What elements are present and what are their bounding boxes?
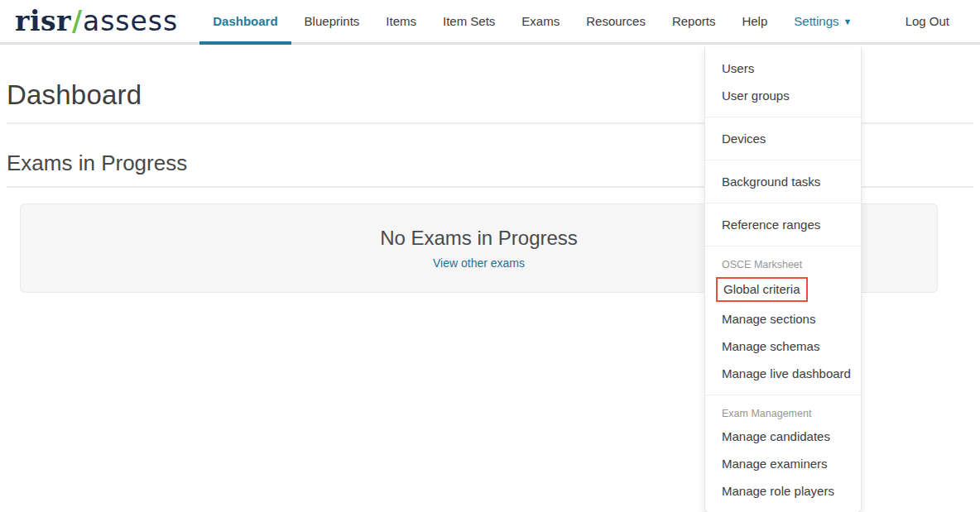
- nav-item-dashboard[interactable]: Dashboard: [199, 0, 291, 42]
- menu-group-devices: Devices: [705, 117, 861, 160]
- brand-logo-slash: /: [72, 5, 82, 37]
- menu-group-exam-management: Exam Management Manage candidates Manage…: [705, 395, 861, 512]
- menu-item-user-groups[interactable]: User groups: [705, 82, 861, 109]
- nav-item-help[interactable]: Help: [728, 0, 781, 42]
- nav-item-exams[interactable]: Exams: [508, 0, 573, 42]
- nav-item-settings[interactable]: Settings ▼: [781, 0, 865, 42]
- menu-item-manage-sections[interactable]: Manage sections: [705, 305, 861, 333]
- chevron-down-icon: ▼: [843, 17, 853, 26]
- menu-item-manage-candidates[interactable]: Manage candidates: [705, 423, 861, 450]
- menu-group-header-exam-management: Exam Management: [705, 403, 861, 423]
- main-nav: Dashboard Blueprints Items Item Sets Exa…: [199, 0, 865, 42]
- menu-item-manage-examiners[interactable]: Manage examiners: [705, 450, 861, 477]
- global-criteria-highlight-box: Global criteria: [716, 277, 808, 302]
- menu-group-background-tasks: Background tasks: [705, 160, 861, 203]
- menu-item-manage-role-players[interactable]: Manage role players: [705, 477, 861, 505]
- brand-logo[interactable]: risr / assess: [15, 5, 178, 37]
- brand-logo-risr: risr: [15, 5, 71, 37]
- brand-logo-assess: assess: [83, 5, 178, 37]
- menu-group-reference-ranges: Reference ranges: [705, 203, 861, 246]
- menu-item-global-criteria[interactable]: Global criteria: [705, 274, 861, 305]
- logout-button[interactable]: Log Out: [906, 14, 949, 28]
- menu-item-background-tasks[interactable]: Background tasks: [705, 168, 861, 195]
- view-other-exams-link[interactable]: View other exams: [433, 256, 525, 270]
- menu-item-manage-schemas[interactable]: Manage schemas: [705, 333, 861, 360]
- menu-item-devices[interactable]: Devices: [705, 125, 861, 152]
- top-navigation-bar: risr / assess Dashboard Blueprints Items…: [0, 0, 980, 45]
- menu-item-manage-live-dashboard[interactable]: Manage live dashboard: [705, 360, 861, 387]
- menu-group-osce-marksheet: OSCE Marksheet Global criteria Manage se…: [705, 246, 861, 395]
- menu-item-reference-ranges[interactable]: Reference ranges: [705, 211, 861, 238]
- nav-item-item-sets[interactable]: Item Sets: [430, 0, 508, 42]
- settings-dropdown-menu: Users User groups Devices Background tas…: [704, 47, 862, 512]
- menu-item-users[interactable]: Users: [705, 55, 861, 82]
- nav-item-reports[interactable]: Reports: [659, 0, 729, 42]
- menu-group-header-osce-marksheet: OSCE Marksheet: [705, 254, 861, 274]
- nav-item-blueprints[interactable]: Blueprints: [291, 0, 373, 42]
- menu-group-users: Users User groups: [705, 47, 861, 117]
- nav-item-items[interactable]: Items: [372, 0, 430, 42]
- empty-state-title: No Exams in Progress: [380, 227, 578, 250]
- nav-item-resources[interactable]: Resources: [573, 0, 659, 42]
- nav-item-settings-label: Settings: [794, 14, 838, 28]
